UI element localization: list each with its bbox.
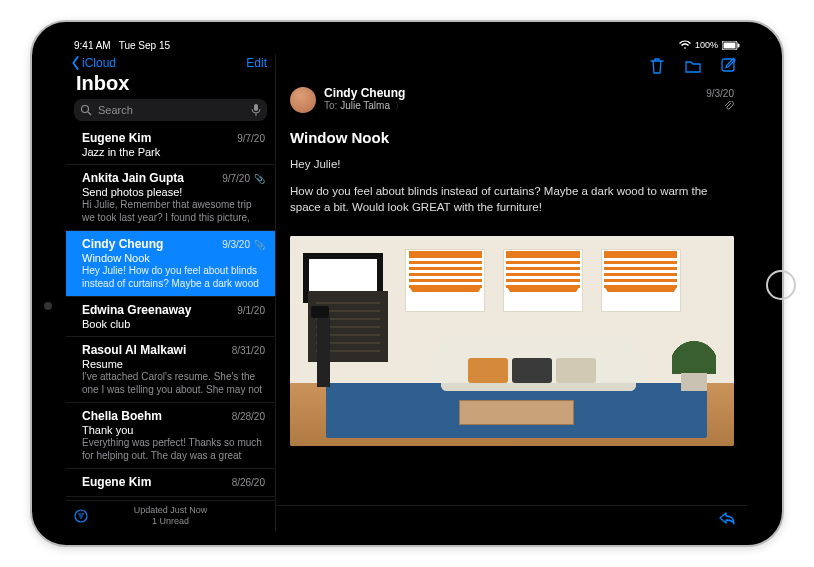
search-field[interactable] [74, 99, 267, 121]
greeting: Hey Julie! [290, 156, 734, 173]
item-sender: Eugene Kim [82, 475, 151, 489]
filter-button[interactable] [74, 509, 92, 523]
battery-percent: 100% [695, 40, 718, 50]
svg-line-4 [88, 112, 91, 115]
message-list: Eugene Kim9/7/20Jazz in the ParkAnkita J… [66, 125, 275, 500]
message-body: Hey Julie! How do you feel about blinds … [276, 150, 748, 236]
detail-footer [276, 505, 748, 531]
status-icons: 100% [679, 40, 740, 50]
inbox-title: Inbox [66, 70, 275, 99]
to-line[interactable]: To: Julie Talma 〉 [324, 100, 698, 113]
item-sender: Ankita Jain Gupta [82, 171, 184, 185]
svg-rect-5 [254, 104, 258, 111]
item-subject: Send photos please! [82, 186, 265, 198]
folder-icon [684, 57, 702, 75]
item-sender: Eugene Kim [82, 131, 151, 145]
svg-rect-1 [724, 42, 736, 48]
trash-icon [648, 57, 666, 75]
item-subject: Window Nook [82, 252, 265, 264]
message-item[interactable]: Rasoul Al Malkawi8/31/20ResumeI've attac… [66, 337, 275, 403]
svg-rect-10 [722, 59, 734, 71]
edit-button[interactable]: Edit [246, 56, 267, 70]
attachment-icon: 📎 [254, 240, 265, 250]
back-button[interactable]: iCloud [70, 56, 116, 70]
item-date: 9/3/20📎 [222, 239, 265, 250]
item-subject: Book club [82, 318, 265, 330]
item-subject: Thank you [82, 424, 265, 436]
footer-status: Updated Just Now [92, 505, 249, 516]
item-date: 9/7/20 [237, 133, 265, 144]
screen: 9:41 AM Tue Sep 15 100% iCloud Edit [66, 36, 748, 531]
item-sender: Rasoul Al Malkawi [82, 343, 186, 357]
item-subject: Resume [82, 358, 265, 370]
filter-icon [74, 509, 88, 523]
reply-icon [718, 509, 736, 527]
message-item[interactable]: Ankita Jain Gupta9/7/20📎Send photos plea… [66, 165, 275, 231]
search-icon [80, 104, 92, 116]
attachment-icon: 📎 [254, 174, 265, 184]
wifi-icon [679, 40, 691, 50]
item-subject: Jazz in the Park [82, 146, 265, 158]
dictate-icon[interactable] [251, 104, 261, 116]
item-sender: Chella Boehm [82, 409, 162, 423]
detail-toolbar [276, 54, 748, 80]
search-input[interactable] [98, 104, 245, 116]
chevron-right-icon: 〉 [395, 101, 404, 111]
from-name[interactable]: Cindy Cheung [324, 86, 698, 100]
attachment-icon [724, 101, 734, 111]
svg-point-3 [82, 106, 89, 113]
message-subject: Window Nook [276, 121, 748, 150]
status-date: Tue Sep 15 [119, 40, 170, 51]
attached-photo[interactable] [290, 236, 734, 446]
chevron-left-icon [70, 56, 82, 70]
message-item[interactable]: Eugene Kim9/7/20Jazz in the Park [66, 125, 275, 165]
back-label: iCloud [82, 56, 116, 70]
move-button[interactable] [684, 57, 702, 77]
item-date: 9/1/20 [237, 305, 265, 316]
compose-button[interactable] [720, 57, 738, 77]
camera-dot [44, 302, 52, 310]
item-preview: Hi Julie, Remember that awesome trip we … [82, 199, 265, 224]
item-date: 8/31/20 [232, 345, 265, 356]
compose-icon [720, 57, 738, 75]
item-sender: Cindy Cheung [82, 237, 163, 251]
body-text: How do you feel about blinds instead of … [290, 183, 734, 216]
item-date: 8/28/20 [232, 411, 265, 422]
message-item[interactable]: Chella Boehm8/28/20Thank youEverything w… [66, 403, 275, 469]
delete-button[interactable] [648, 57, 666, 77]
sidebar: iCloud Edit Inbox Eugene Kim9/7/20Jazz i… [66, 54, 276, 531]
message-item[interactable]: Cindy Cheung9/3/20📎Window NookHey Julie!… [66, 231, 275, 297]
ipad-frame: 9:41 AM Tue Sep 15 100% iCloud Edit [30, 20, 784, 547]
footer-unread: 1 Unread [92, 516, 249, 527]
item-date: 9/7/20📎 [222, 173, 265, 184]
status-bar: 9:41 AM Tue Sep 15 100% [66, 36, 748, 54]
detail-date: 9/3/20 [706, 88, 734, 99]
sidebar-footer: Updated Just Now 1 Unread [66, 500, 275, 531]
svg-rect-2 [738, 43, 740, 47]
item-date: 8/26/20 [232, 477, 265, 488]
battery-icon [722, 41, 740, 50]
status-time: 9:41 AM [74, 40, 111, 51]
home-button[interactable] [766, 270, 796, 300]
item-sender: Edwina Greenaway [82, 303, 191, 317]
item-preview: Everything was perfect! Thanks so much f… [82, 437, 265, 462]
message-header: Cindy Cheung To: Julie Talma 〉 9/3/20 [276, 80, 748, 121]
sender-avatar[interactable] [290, 87, 316, 113]
message-detail: Cindy Cheung To: Julie Talma 〉 9/3/20 [276, 54, 748, 531]
reply-button[interactable] [718, 509, 736, 529]
item-preview: Hey Julie! How do you feel about blinds … [82, 265, 265, 290]
item-preview: I've attached Carol's resume. She's the … [82, 371, 265, 396]
message-item[interactable]: Eugene Kim8/26/20 [66, 469, 275, 497]
message-item[interactable]: Edwina Greenaway9/1/20Book club [66, 297, 275, 337]
